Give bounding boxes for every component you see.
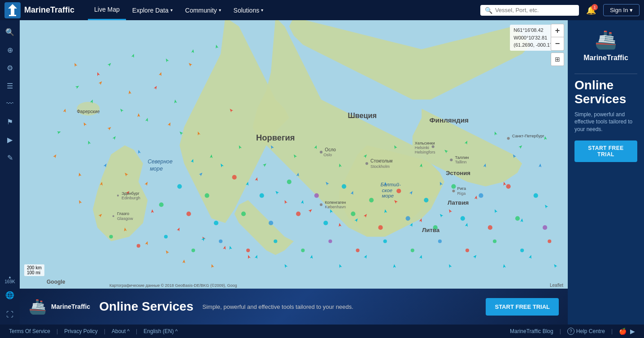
footer-left: Terms Of Service | Privacy Policy | Abou… xyxy=(9,328,178,334)
banner-description: Simple, powerful and effective tools tai… xyxy=(202,303,477,310)
footer-about-link[interactable]: About ^ xyxy=(112,328,130,334)
svg-point-164 xyxy=(438,239,442,243)
footer-language-selector[interactable]: English (EN) ^ xyxy=(144,328,178,334)
svg-text:ское: ское xyxy=(382,188,392,193)
svg-point-154 xyxy=(164,235,168,238)
map-type-button[interactable]: ⊞ xyxy=(551,53,564,66)
footer-blog-link[interactable]: MarineTraffic Blog xyxy=(510,328,553,334)
sidebar-play-button[interactable]: ▶ xyxy=(2,132,18,148)
svg-point-149 xyxy=(488,225,492,230)
zoom-out-button[interactable]: − xyxy=(551,37,564,51)
svg-text:Фарерские: Фарерские xyxy=(77,109,100,114)
panel-brand: MarineTraffic xyxy=(583,54,628,62)
banner-cta-button[interactable]: START FREE TRIAL xyxy=(486,298,559,316)
nav-exploredata[interactable]: Explore Data ▾ xyxy=(126,0,179,20)
svg-text:Балтий-: Балтий- xyxy=(380,182,400,187)
svg-text:Рига: Рига xyxy=(457,186,466,191)
nav-links: Live Map Explore Data ▾ Community ▾ Solu… xyxy=(88,0,480,20)
footer-help-link[interactable]: ? Help Centre xyxy=(567,328,605,335)
svg-text:Копенгаген: Копенгаген xyxy=(325,200,346,205)
svg-text:København: København xyxy=(325,205,346,209)
notifications-button[interactable]: 🔔 1 xyxy=(583,5,600,15)
svg-point-181 xyxy=(432,145,435,148)
svg-text:Edinburgh: Edinburgh xyxy=(122,196,140,200)
svg-text:Stockholm: Stockholm xyxy=(370,164,390,169)
svg-point-126 xyxy=(260,193,264,198)
zoom-in-button[interactable]: + xyxy=(551,24,564,37)
svg-text:Норвегия: Норвегия xyxy=(256,133,295,142)
map-background: Норвегия Швеция Финляндия Эстония Латвия… xyxy=(20,20,568,289)
right-panel: 🚢 MarineTraffic Online Services Simple, … xyxy=(568,20,644,325)
sidebar-search-button[interactable]: 🔍 xyxy=(2,24,18,40)
svg-point-188 xyxy=(452,189,455,192)
search-input[interactable] xyxy=(495,7,574,13)
bottom-banner: 🚢 MarineTraffic Online Services Simple, … xyxy=(20,289,568,325)
svg-point-144 xyxy=(351,211,355,216)
svg-point-137 xyxy=(159,202,164,207)
svg-point-140 xyxy=(241,211,246,216)
nav-community[interactable]: Community ▾ xyxy=(179,0,227,20)
svg-point-128 xyxy=(314,193,319,198)
svg-point-145 xyxy=(378,225,383,230)
sidebar-globe-button[interactable]: 🌐 xyxy=(2,287,18,303)
svg-text:Oslo: Oslo xyxy=(323,153,332,157)
svg-point-200 xyxy=(320,203,322,206)
forward-icon[interactable]: ▶ xyxy=(630,328,635,335)
footer-terms-link[interactable]: Terms Of Service xyxy=(9,328,50,334)
svg-point-165 xyxy=(466,249,469,252)
svg-point-129 xyxy=(342,184,346,189)
svg-text:Стокгольм: Стокгольм xyxy=(370,158,392,163)
banner-heading: Online Services xyxy=(99,299,193,314)
footer-social-icons: 🍎 ▶ xyxy=(619,328,635,335)
svg-point-155 xyxy=(191,249,195,252)
svg-point-152 xyxy=(109,235,113,238)
solutions-arrow: ▾ xyxy=(261,8,263,13)
sidebar-expand-button[interactable]: ⛶ xyxy=(2,307,18,323)
svg-text:Glasgow: Glasgow xyxy=(117,216,133,221)
svg-point-168 xyxy=(548,239,551,243)
nav-solutions[interactable]: Solutions ▾ xyxy=(227,0,270,20)
svg-point-127 xyxy=(287,180,292,184)
svg-point-150 xyxy=(515,216,520,220)
sidebar-settings-button[interactable]: ⚙ xyxy=(2,60,18,76)
left-sidebar: 🔍 ⊕ ⚙ ☰ 〰 ⚑ ▶ ✎ ▲ 169K 🌐 ⛶ xyxy=(0,20,20,325)
svg-point-125 xyxy=(232,175,237,180)
svg-point-160 xyxy=(328,239,332,243)
search-box[interactable]: 🔍 xyxy=(480,5,579,16)
map-attribution: Картографические данные © 2018 GeoBasis-… xyxy=(109,283,237,288)
panel-cta-button[interactable]: START FREE TRIAL xyxy=(574,140,637,162)
logo[interactable]: MarineTraffic xyxy=(4,2,74,18)
svg-point-138 xyxy=(187,211,191,216)
sidebar-layers-button[interactable]: ☰ xyxy=(2,78,18,94)
sidebar-weather-button[interactable]: 〰 xyxy=(2,96,18,112)
svg-text:Литва: Литва xyxy=(422,227,440,233)
svg-text:море: море xyxy=(382,193,394,198)
svg-point-135 xyxy=(506,184,511,189)
svg-text:Швеция: Швеция xyxy=(348,111,377,119)
apple-icon[interactable]: 🍎 xyxy=(619,328,627,335)
notification-badge: 1 xyxy=(592,4,598,10)
community-arrow: ▾ xyxy=(219,8,221,13)
svg-text:Эдинбург: Эдинбург xyxy=(122,191,139,196)
svg-point-131 xyxy=(396,189,401,193)
svg-point-175 xyxy=(320,151,322,154)
sidebar-measure-button[interactable]: ✎ xyxy=(2,149,18,166)
svg-point-163 xyxy=(411,249,414,252)
svg-text:Таллин: Таллин xyxy=(455,155,469,160)
logo-icon xyxy=(4,2,21,18)
svg-point-124 xyxy=(205,193,209,198)
svg-point-159 xyxy=(301,249,305,252)
svg-text:Северное: Северное xyxy=(148,158,173,165)
svg-text:Helsingfors: Helsingfors xyxy=(415,150,435,154)
banner-ship-icon: 🚢 xyxy=(29,298,47,315)
nav-livemap[interactable]: Live Map xyxy=(88,0,126,20)
sidebar-filter-button[interactable]: ⊕ xyxy=(2,42,18,58)
signin-button[interactable]: Sign In ▾ xyxy=(603,4,640,16)
sidebar-events-button[interactable]: ⚑ xyxy=(2,114,18,130)
footer-privacy-link[interactable]: Privacy Policy xyxy=(64,328,98,334)
svg-point-162 xyxy=(383,239,387,243)
svg-text:Осло: Осло xyxy=(325,147,336,152)
map-area[interactable]: Норвегия Швеция Финляндия Эстония Латвия… xyxy=(20,20,568,289)
map-svg: Норвегия Швеция Финляндия Эстония Латвия… xyxy=(20,20,568,289)
svg-point-148 xyxy=(461,216,465,220)
